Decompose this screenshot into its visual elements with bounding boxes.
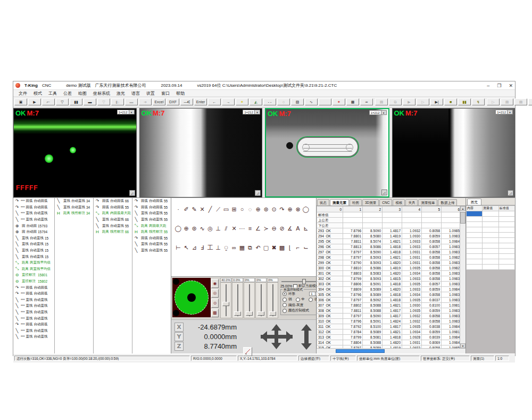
camera-zoom-select[interactable]: 1=212▾ [369,110,387,115]
palette-tool-icon[interactable]: ⊛ [262,205,270,213]
palette-tool-icon[interactable]: ∿ [198,225,206,232]
diagonal-measure-button[interactable] [243,347,252,356]
feature-list-item[interactable]: ╲***直线自动直线 [13,334,54,340]
slider-thumb[interactable] [269,311,276,316]
chevron-down-icon[interactable]: ▾ [129,110,135,114]
palette-tool-icon[interactable]: ▢ [262,244,270,251]
feature-list-item[interactable]: ╲直线自动直线55 [132,248,170,254]
axis-icon[interactable]: X [174,323,184,332]
grid-col-header[interactable]: 6 [442,207,461,212]
palette-tool-icon[interactable]: ≻ [262,225,270,232]
camera-view-1[interactable]: OKM:7 1=212▾ FFFFF ◿ [13,108,137,197]
element-row[interactable] [467,222,515,227]
toolbar-button[interactable]: Excel [153,98,165,105]
palette-tool-icon[interactable]: ⊗ [294,205,302,213]
radio-中[interactable] [296,298,300,302]
feature-list-item[interactable]: ╲***直线自动直线 [13,217,54,223]
feature-list-item[interactable]: ╲***直线自动直线 [13,297,54,303]
light-select-button[interactable]: ◉ [211,279,219,288]
toolbar-button[interactable]: ◌ [277,98,290,105]
toolbar-button[interactable]: ▬ [125,98,138,105]
menu-item[interactable]: 绘图 [75,90,90,96]
palette-tool-icon[interactable]: ⌊ [286,244,294,251]
toolbar-button[interactable]: ▽ [97,98,110,105]
menu-item[interactable]: 激光 [113,90,128,96]
camera-zoom-select[interactable]: 1=212▾ [117,110,135,114]
feature-list-item[interactable]: ↷圆弧自动圆弧66 [94,198,132,204]
toolbar-button[interactable]: ■ [444,98,457,105]
menu-item[interactable]: 工具 [45,90,60,96]
feature-list-item[interactable]: ↷***圆弧自动圆弧 [13,291,54,297]
palette-tool-icon[interactable]: ⧉ [246,244,254,251]
radio-ring[interactable] [282,292,287,296]
palette-tool-icon[interactable]: ╱ [206,205,214,213]
feature-list-item[interactable]: ╲***直线自动直线 [13,309,54,316]
palette-tool-icon[interactable]: ⊛ [190,225,198,232]
scrollbar-thumb[interactable] [336,349,385,353]
feature-list-item[interactable]: ⤡距离两圆最大距 [132,223,170,229]
measurement-row[interactable]: 309 OK7.87978.50901.48171.09320.80581.09… [317,314,461,319]
maximize-button[interactable]: ❐ [497,83,501,88]
menu-item[interactable]: 窗口 [158,90,173,96]
palette-tool-icon[interactable]: ◯ [302,205,310,213]
resize-icon[interactable]: ◿ [129,190,135,196]
results-tab[interactable]: 模板 [393,199,405,205]
grid-col-header[interactable]: 0 [317,207,343,212]
measurement-row[interactable]: 294 OK7.88018.50801.48191.09300.80591.09… [317,234,461,239]
toolbar-button[interactable]: ▤ [514,98,527,105]
palette-tool-icon[interactable]: ⟋ [214,205,222,213]
light-slider[interactable]: 0% [267,278,278,318]
element-col-header[interactable]: 内容 [467,206,483,211]
palette-tool-icon[interactable]: ✎ [190,205,198,213]
grid-col-header[interactable]: 4 [402,207,422,212]
feature-list-item[interactable]: ╲直线自动直线55 [94,223,132,229]
palette-tool-icon[interactable]: ⌐ [294,244,302,251]
light-slider[interactable]: 0% [244,278,255,318]
palette-tool-icon[interactable]: ↷ [278,205,286,213]
feature-list-item[interactable]: ⤡距离两直线平均值 [13,266,54,273]
toolbar-button[interactable]: ✶ [332,98,345,105]
menu-item[interactable]: 坐标系统 [90,90,113,96]
palette-tool-icon[interactable]: ⊕ [254,205,262,213]
toolbar-button[interactable]: ▬ [84,98,96,105]
palette-tool-icon[interactable]: ✐ [182,205,190,213]
camera-view-4[interactable]: OKM:7 1=212▾ ◿ [392,108,516,197]
toolbar-button[interactable]: ▨ [291,98,304,105]
measurement-row[interactable]: 304 OK7.88098.50891.48201.09330.80591.09… [317,287,461,292]
chevron-down-icon[interactable]: ▾ [508,110,513,114]
feature-list-item[interactable]: ╲直线自动直线55 [132,210,170,217]
element-col-header[interactable]: 测量值 [483,206,498,211]
feature-list-item[interactable]: ↷圆弧自动圆弧55 [132,198,170,204]
results-tab[interactable]: 夹具 [405,199,418,205]
toolbar-button[interactable]: ▶ [28,98,41,105]
grid-col-header[interactable]: 1 [343,207,363,212]
toolbar-button[interactable]: ✕ [528,98,532,105]
results-tab[interactable]: 测量元素 [330,199,349,205]
feature-list-item[interactable]: ↷圆弧自动圆弧55 [132,204,170,211]
palette-tool-icon[interactable]: ≡ [246,225,254,232]
close-button[interactable]: ✕ [509,83,513,88]
palette-tool-icon[interactable]: ∡ [286,225,294,232]
feature-list-item[interactable]: ⤡距离内圆弧最大距 [94,210,132,217]
results-hscrollbar[interactable] [317,348,466,353]
grid-col-header[interactable]: 5 [422,207,442,212]
menu-item[interactable]: 公差 [60,90,75,96]
palette-tool-icon[interactable]: ⊕ [286,205,294,213]
toolbar-button[interactable] [319,98,331,105]
toolbar-button[interactable]: ▮▮ [70,98,82,105]
toolbar-button[interactable]: ➔ [139,98,152,105]
measurement-row[interactable]: 308 OK7.88118.50881.48171.09350.80591.09… [317,308,461,314]
feature-list-item[interactable]: ╲直线自动直线15 [13,253,54,260]
feature-list-item[interactable]: ⊖直径标注15801 [13,272,54,278]
palette-tool-icon[interactable]: ✖ [270,244,278,251]
measurement-row[interactable]: 311 OK7.87928.51001.48171.09350.80381.09… [317,324,461,330]
light-slider[interactable]: 0% [255,278,267,318]
feature-list-item[interactable]: ╲***直线自动直线 [13,210,54,217]
toolbar-button[interactable]: ▮▮ [458,98,471,105]
measurement-row[interactable]: 295 OK7.88118.50741.48211.09330.80581.09… [317,239,461,244]
resize-icon[interactable]: ◿ [381,190,387,195]
toolbar-button[interactable]: ▶| [430,98,443,105]
slider-thumb[interactable] [257,311,264,316]
camera-zoom-select[interactable]: 1=212▾ [243,110,260,114]
menu-item[interactable]: 模式 [30,90,45,96]
